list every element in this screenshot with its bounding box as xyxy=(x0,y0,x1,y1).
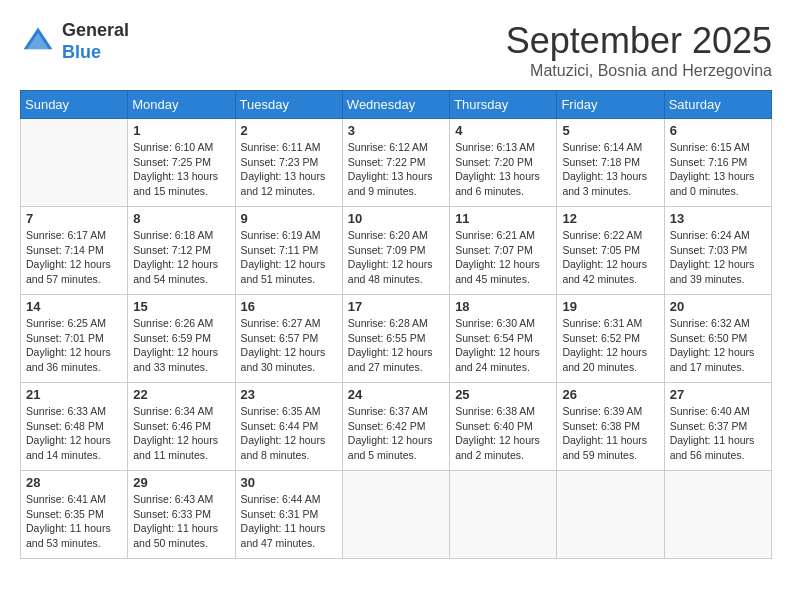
day-info-line: Daylight: 12 hours xyxy=(241,434,326,446)
day-info-line: Sunset: 6:33 PM xyxy=(133,508,211,520)
day-number: 20 xyxy=(670,299,766,314)
day-number: 13 xyxy=(670,211,766,226)
day-info-line: and 20 minutes. xyxy=(562,361,637,373)
day-info-line: and 14 minutes. xyxy=(26,449,101,461)
day-number: 29 xyxy=(133,475,229,490)
calendar-cell: 1Sunrise: 6:10 AMSunset: 7:25 PMDaylight… xyxy=(128,119,235,207)
day-number: 15 xyxy=(133,299,229,314)
calendar-cell: 11Sunrise: 6:21 AMSunset: 7:07 PMDayligh… xyxy=(450,207,557,295)
day-info-line: Sunrise: 6:44 AM xyxy=(241,493,321,505)
day-number: 3 xyxy=(348,123,444,138)
calendar-cell: 26Sunrise: 6:39 AMSunset: 6:38 PMDayligh… xyxy=(557,383,664,471)
day-info-line: and 48 minutes. xyxy=(348,273,423,285)
day-info-line: Sunrise: 6:25 AM xyxy=(26,317,106,329)
month-title: September 2025 xyxy=(506,20,772,62)
day-info-line: Daylight: 13 hours xyxy=(133,170,218,182)
day-info: Sunrise: 6:20 AMSunset: 7:09 PMDaylight:… xyxy=(348,228,444,287)
calendar-cell: 13Sunrise: 6:24 AMSunset: 7:03 PMDayligh… xyxy=(664,207,771,295)
day-info-line: Sunrise: 6:28 AM xyxy=(348,317,428,329)
calendar-cell: 4Sunrise: 6:13 AMSunset: 7:20 PMDaylight… xyxy=(450,119,557,207)
day-info-line: and 15 minutes. xyxy=(133,185,208,197)
day-info-line: and 30 minutes. xyxy=(241,361,316,373)
day-info-line: and 53 minutes. xyxy=(26,537,101,549)
day-info-line: and 5 minutes. xyxy=(348,449,417,461)
day-info-line: Daylight: 12 hours xyxy=(26,258,111,270)
day-info-line: Daylight: 12 hours xyxy=(133,258,218,270)
day-info-line: Daylight: 12 hours xyxy=(670,346,755,358)
calendar-cell: 22Sunrise: 6:34 AMSunset: 6:46 PMDayligh… xyxy=(128,383,235,471)
day-info-line: Sunset: 7:22 PM xyxy=(348,156,426,168)
day-info-line: Daylight: 13 hours xyxy=(348,170,433,182)
day-info-line: Sunrise: 6:24 AM xyxy=(670,229,750,241)
calendar-cell: 15Sunrise: 6:26 AMSunset: 6:59 PMDayligh… xyxy=(128,295,235,383)
calendar-cell: 20Sunrise: 6:32 AMSunset: 6:50 PMDayligh… xyxy=(664,295,771,383)
day-info-line: Daylight: 12 hours xyxy=(26,434,111,446)
day-number: 22 xyxy=(133,387,229,402)
day-info-line: Sunrise: 6:11 AM xyxy=(241,141,321,153)
day-info-line: Daylight: 11 hours xyxy=(562,434,647,446)
day-info-line: and 0 minutes. xyxy=(670,185,739,197)
day-info-line: Sunset: 7:07 PM xyxy=(455,244,533,256)
day-info-line: Sunrise: 6:17 AM xyxy=(26,229,106,241)
day-number: 28 xyxy=(26,475,122,490)
day-info-line: Sunrise: 6:39 AM xyxy=(562,405,642,417)
day-info-line: Sunset: 7:18 PM xyxy=(562,156,640,168)
day-info-line: Sunrise: 6:21 AM xyxy=(455,229,535,241)
day-info-line: Sunrise: 6:19 AM xyxy=(241,229,321,241)
calendar-cell: 30Sunrise: 6:44 AMSunset: 6:31 PMDayligh… xyxy=(235,471,342,559)
day-info-line: Sunrise: 6:32 AM xyxy=(670,317,750,329)
calendar-header-row: SundayMondayTuesdayWednesdayThursdayFrid… xyxy=(21,91,772,119)
calendar-cell: 27Sunrise: 6:40 AMSunset: 6:37 PMDayligh… xyxy=(664,383,771,471)
day-number: 16 xyxy=(241,299,337,314)
day-number: 14 xyxy=(26,299,122,314)
day-info-line: Sunset: 7:05 PM xyxy=(562,244,640,256)
day-info-line: Sunset: 6:54 PM xyxy=(455,332,533,344)
day-info-line: Sunset: 6:55 PM xyxy=(348,332,426,344)
day-info-line: Sunrise: 6:27 AM xyxy=(241,317,321,329)
calendar-week-4: 21Sunrise: 6:33 AMSunset: 6:48 PMDayligh… xyxy=(21,383,772,471)
day-info-line: Daylight: 11 hours xyxy=(26,522,111,534)
day-info-line: and 45 minutes. xyxy=(455,273,530,285)
calendar-cell: 29Sunrise: 6:43 AMSunset: 6:33 PMDayligh… xyxy=(128,471,235,559)
day-info: Sunrise: 6:33 AMSunset: 6:48 PMDaylight:… xyxy=(26,404,122,463)
day-info: Sunrise: 6:41 AMSunset: 6:35 PMDaylight:… xyxy=(26,492,122,551)
day-info-line: and 12 minutes. xyxy=(241,185,316,197)
day-info-line: and 8 minutes. xyxy=(241,449,310,461)
calendar-week-1: 1Sunrise: 6:10 AMSunset: 7:25 PMDaylight… xyxy=(21,119,772,207)
calendar-cell: 6Sunrise: 6:15 AMSunset: 7:16 PMDaylight… xyxy=(664,119,771,207)
day-header-monday: Monday xyxy=(128,91,235,119)
calendar-cell: 5Sunrise: 6:14 AMSunset: 7:18 PMDaylight… xyxy=(557,119,664,207)
day-info-line: and 27 minutes. xyxy=(348,361,423,373)
calendar-cell xyxy=(342,471,449,559)
day-info: Sunrise: 6:35 AMSunset: 6:44 PMDaylight:… xyxy=(241,404,337,463)
day-info-line: Sunset: 6:35 PM xyxy=(26,508,104,520)
day-info: Sunrise: 6:32 AMSunset: 6:50 PMDaylight:… xyxy=(670,316,766,375)
calendar-table: SundayMondayTuesdayWednesdayThursdayFrid… xyxy=(20,90,772,559)
day-header-saturday: Saturday xyxy=(664,91,771,119)
day-info: Sunrise: 6:28 AMSunset: 6:55 PMDaylight:… xyxy=(348,316,444,375)
calendar-cell: 14Sunrise: 6:25 AMSunset: 7:01 PMDayligh… xyxy=(21,295,128,383)
day-info-line: Sunrise: 6:18 AM xyxy=(133,229,213,241)
day-info-line: Sunrise: 6:31 AM xyxy=(562,317,642,329)
day-info-line: and 39 minutes. xyxy=(670,273,745,285)
day-info-line: Sunrise: 6:41 AM xyxy=(26,493,106,505)
day-info: Sunrise: 6:24 AMSunset: 7:03 PMDaylight:… xyxy=(670,228,766,287)
day-info-line: Daylight: 12 hours xyxy=(241,258,326,270)
day-number: 26 xyxy=(562,387,658,402)
day-info-line: and 17 minutes. xyxy=(670,361,745,373)
day-info-line: Sunset: 6:38 PM xyxy=(562,420,640,432)
day-info-line: Daylight: 12 hours xyxy=(348,258,433,270)
day-number: 27 xyxy=(670,387,766,402)
day-info-line: Daylight: 13 hours xyxy=(455,170,540,182)
day-info-line: Daylight: 12 hours xyxy=(562,258,647,270)
day-info-line: Sunset: 7:23 PM xyxy=(241,156,319,168)
day-info-line: Sunrise: 6:14 AM xyxy=(562,141,642,153)
day-info-line: and 36 minutes. xyxy=(26,361,101,373)
day-info-line: and 11 minutes. xyxy=(133,449,208,461)
day-header-friday: Friday xyxy=(557,91,664,119)
calendar-cell: 23Sunrise: 6:35 AMSunset: 6:44 PMDayligh… xyxy=(235,383,342,471)
calendar-cell xyxy=(21,119,128,207)
day-info-line: Daylight: 12 hours xyxy=(670,258,755,270)
day-info-line: Daylight: 12 hours xyxy=(455,434,540,446)
day-info: Sunrise: 6:39 AMSunset: 6:38 PMDaylight:… xyxy=(562,404,658,463)
